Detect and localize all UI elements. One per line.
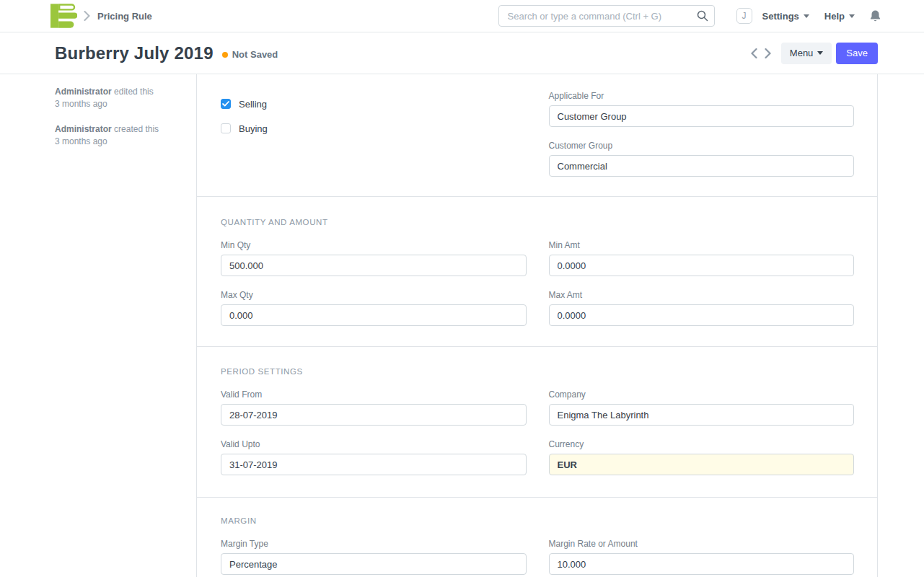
valid-upto-field: Valid Upto [221, 439, 527, 475]
settings-label: Settings [762, 11, 799, 22]
company-field: Company [549, 389, 855, 426]
selling-label: Selling [239, 99, 267, 110]
status-dot-icon [222, 52, 228, 58]
page-title: Burberry July 2019 [55, 43, 214, 63]
customer-group-label: Customer Group [549, 141, 855, 151]
section-title: PERIOD SETTINGS [221, 367, 854, 376]
margin-rate-label: Margin Rate or Amount [549, 539, 855, 549]
max-qty-input[interactable] [221, 304, 527, 326]
form-area: Selling Buying Applicable For [196, 74, 878, 577]
checkbox-icon[interactable] [221, 99, 231, 109]
min-amt-field: Min Amt [549, 240, 855, 276]
chevron-down-icon [804, 14, 809, 18]
customer-group-field: Customer Group [549, 141, 855, 177]
breadcrumb[interactable]: Pricing Rule [97, 11, 152, 22]
search-icon[interactable] [697, 10, 708, 25]
global-search [498, 5, 715, 27]
margin-type-input[interactable] [221, 553, 527, 575]
section-title: MARGIN [221, 516, 854, 525]
margin-type-label: Margin Type [221, 539, 527, 549]
app-logo[interactable] [50, 3, 77, 29]
edited-user: Administrator [55, 87, 112, 97]
title-area: Burberry July 2019 Not Saved [55, 43, 278, 63]
buying-label: Buying [239, 123, 268, 134]
created-action: created this [114, 124, 159, 134]
currency-field: Currency [549, 439, 855, 475]
buying-checkbox[interactable]: Buying [221, 123, 527, 133]
applicable-for-input[interactable] [549, 105, 855, 127]
currency-label: Currency [549, 439, 855, 449]
max-amt-input[interactable] [549, 304, 855, 326]
breadcrumb-chevron-icon [84, 11, 90, 21]
user-avatar[interactable]: J [736, 8, 752, 24]
margin-rate-input[interactable] [549, 553, 855, 575]
prev-record-icon[interactable] [749, 47, 759, 60]
settings-menu[interactable]: Settings [762, 11, 809, 22]
menu-label: Menu [790, 48, 814, 58]
valid-from-label: Valid From [221, 389, 527, 400]
valid-from-field: Valid From [221, 389, 527, 426]
page-header: Burberry July 2019 Not Saved Menu Save [0, 32, 924, 74]
min-qty-label: Min Qty [221, 240, 527, 250]
applicable-for-field: Applicable For [549, 91, 855, 127]
applicable-for-label: Applicable For [549, 91, 855, 101]
valid-upto-input[interactable] [221, 454, 527, 475]
record-pager [749, 47, 773, 60]
save-button[interactable]: Save [836, 43, 878, 64]
navbar: Pricing Rule J Settings Help [0, 0, 924, 32]
min-amt-label: Min Amt [549, 240, 855, 250]
min-amt-input[interactable] [549, 255, 855, 276]
max-amt-field: Max Amt [549, 290, 855, 326]
section-main: Selling Buying Applicable For [197, 74, 877, 197]
edited-when: 3 months ago [55, 99, 107, 109]
edited-entry: Administrator edited this 3 months ago [55, 86, 185, 110]
status-badge: Not Saved [232, 49, 278, 60]
min-qty-input[interactable] [221, 255, 527, 276]
form-sidebar: Administrator edited this 3 months ago A… [55, 86, 185, 161]
created-user: Administrator [55, 124, 112, 134]
section-title: QUANTITY AND AMOUNT [221, 218, 854, 226]
erpnext-logo-icon [50, 4, 77, 28]
page-body: Administrator edited this 3 months ago A… [0, 74, 924, 577]
search-input[interactable] [498, 5, 715, 27]
margin-type-field: Margin Type [221, 539, 527, 575]
status-indicator: Not Saved [222, 49, 278, 60]
max-amt-label: Max Amt [549, 290, 855, 300]
menu-button[interactable]: Menu [781, 43, 832, 64]
chevron-down-icon [817, 51, 823, 55]
selling-checkbox[interactable]: Selling [221, 99, 527, 109]
next-record-icon[interactable] [763, 47, 773, 60]
section-period-settings: PERIOD SETTINGS Valid From Valid Upto Co… [197, 347, 877, 498]
max-qty-label: Max Qty [221, 290, 527, 300]
valid-from-input[interactable] [221, 404, 527, 426]
help-label: Help [824, 11, 845, 22]
customer-group-input[interactable] [549, 155, 855, 177]
valid-upto-label: Valid Upto [221, 439, 527, 449]
section-quantity-and-amount: QUANTITY AND AMOUNT Min Qty Max Qty Min … [197, 197, 877, 347]
notifications-bell-icon[interactable] [869, 9, 881, 22]
max-qty-field: Max Qty [221, 290, 527, 326]
created-entry: Administrator created this 3 months ago [55, 123, 185, 148]
chevron-down-icon [849, 14, 855, 18]
header-actions: Menu Save [749, 43, 878, 64]
section-margin: MARGIN Margin Type Margin Rate or Amount [197, 498, 877, 577]
checkbox-column: Selling Buying [221, 91, 527, 190]
edited-action: edited this [114, 87, 154, 97]
margin-rate-field: Margin Rate or Amount [549, 539, 855, 575]
min-qty-field: Min Qty [221, 240, 527, 276]
company-input[interactable] [549, 404, 855, 426]
created-when: 3 months ago [55, 136, 107, 146]
help-menu[interactable]: Help [824, 11, 855, 22]
company-label: Company [549, 389, 855, 400]
checkbox-icon[interactable] [221, 123, 231, 133]
currency-input[interactable] [549, 454, 855, 475]
